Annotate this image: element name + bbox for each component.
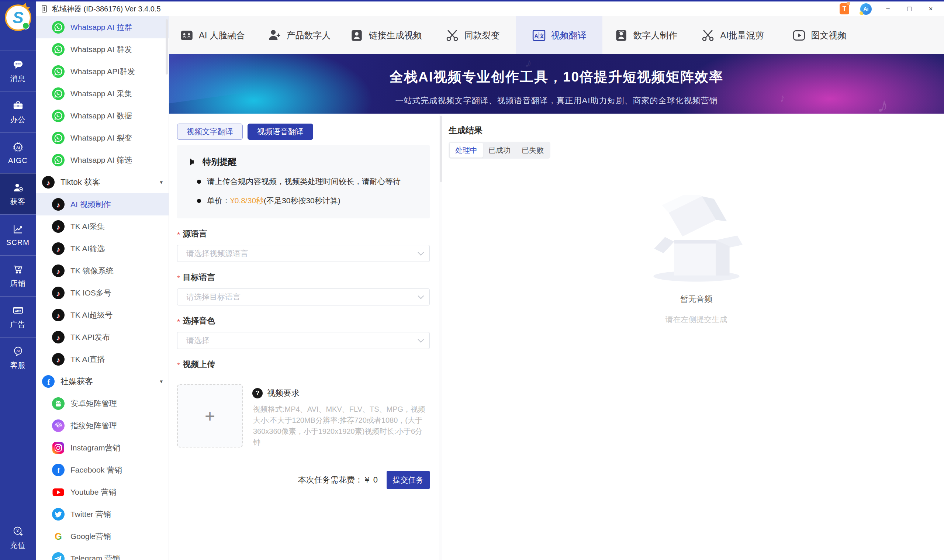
mode-tab-1[interactable]: 视频语音翻译 [248,123,313,140]
results-tab-1[interactable]: 已成功 [483,143,516,157]
svg-text:A: A [534,33,538,38]
rail-item-aigc[interactable]: AIAIGC [0,132,36,173]
sidebar-item-label: Twitter 营销 [71,509,111,519]
aigc-icon: AI [12,142,24,153]
avatar-make-icon [614,28,628,42]
nav-tab-6[interactable]: AI批量混剪 [689,16,776,54]
svg-text:G: G [55,531,61,542]
results-panel: 生成结果 处理中已成功已失败 暂无音频 请在左侧提交 [449,114,944,560]
nav-tab-2[interactable]: 链接生成视频 [342,16,429,54]
svg-text:♪: ♪ [57,223,60,231]
rail-item-service[interactable]: AI客服 [0,337,36,378]
sidebar-item-5[interactable]: Whatsapp AI 裂变 [36,127,169,149]
image-text-video-icon [792,28,806,42]
sidebar-item-22[interactable]: Twitter 营销 [36,503,169,525]
sidebar-item-label: Tiktok 获客 [60,177,100,188]
rail-item-acquisition[interactable]: 获客 [0,173,36,214]
sidebar-item-16[interactable]: f社媒获客▾ [36,371,169,392]
sidebar-item-21[interactable]: Youtube 营销 [36,481,169,503]
svg-text:♪: ♪ [46,179,50,187]
rail-item-ads[interactable]: ADS广告 [0,296,36,337]
rail-item-label: SCRM [6,238,29,247]
select-field-0[interactable]: 请选择视频源语言 [177,245,430,262]
select-placeholder: 请选择目标语言 [186,292,240,302]
svg-text:♪: ♪ [57,334,60,342]
sidebar-item-13[interactable]: ♪♪♪TK AI超级号 [36,304,169,326]
sidebar-item-9[interactable]: ♪♪♪TK AI采集 [36,215,169,238]
sidebar-item-17[interactable]: 安卓矩阵管理 [36,392,169,415]
sidebar-item-8[interactable]: ♪♪♪AI 视频制作 [36,193,169,215]
sidebar-item-24[interactable]: Telegram 营销 [36,548,169,560]
required-asterisk: * [177,317,180,326]
t-tool-icon[interactable]: T [839,3,849,14]
scrm-icon [12,223,24,235]
sidebar-item-10[interactable]: ♪♪♪TK AI筛选 [36,238,169,260]
submit-task-button[interactable]: 提交任务 [387,471,430,489]
sidebar-item-label: Whatsapp AI 采集 [71,89,132,99]
results-tab-0[interactable]: 处理中 [450,143,483,157]
sidebar-item-23[interactable]: GGoogle营销 [36,525,169,548]
nav-tab-5[interactable]: 数字人制作 [603,16,689,54]
form-scrollbar[interactable] [439,114,442,560]
results-tab-2[interactable]: 已失败 [516,143,549,157]
sidebar-item-label: Instagram营销 [71,443,120,453]
sidebar-item-18[interactable]: 指纹矩阵管理 [36,415,169,437]
sidebar-item-label: Google营销 [71,531,111,542]
rail-item-office[interactable]: 办公 [0,91,36,132]
sidebar-item-14[interactable]: ♪♪♪TK API发布 [36,326,169,348]
tiktok-icon: ♪♪♪ [52,308,65,322]
svg-text:ADS: ADS [15,309,21,312]
bullet-text: (不足30秒按30秒计算) [264,195,340,206]
rail-item-recharge[interactable]: ¥充值 [0,516,36,560]
app-window: S 消息办公AIAIGC获客SCRM店铺ADS广告AI客服 ¥充值 私域神器 (… [0,0,944,560]
sidebar-item-0[interactable]: Whatsapp AI 拉群 [36,16,169,38]
svg-text:文: 文 [539,33,544,38]
chevron-down-icon [418,293,424,299]
sidebar-item-12[interactable]: ♪♪♪TK IOS多号 [36,282,169,304]
ai-assistant-icon[interactable]: Ai [860,3,872,15]
help-question-icon[interactable]: ? [252,388,263,398]
sidebar-item-3[interactable]: Whatsapp AI 采集 [36,83,169,105]
youtube-icon [52,486,65,499]
video-upload-dropzone[interactable]: + [177,384,243,448]
svg-text:f: f [47,377,50,387]
svg-text:♪: ♪ [57,245,60,253]
nav-tab-1[interactable]: 产品数字人 [256,16,342,54]
rail-item-scrm[interactable]: SCRM [0,214,36,255]
sidebar-item-11[interactable]: ♪♪♪TK 镜像系统 [36,260,169,282]
maximize-button[interactable]: □ [904,5,915,13]
select-field-2[interactable]: 请选择 [177,332,430,349]
sidebar-item-6[interactable]: Whatsapp AI 筛选 [36,149,169,171]
sidebar-item-label: Youtube 营销 [71,487,116,497]
sidebar-item-19[interactable]: Instagram营销 [36,437,169,459]
cost-row: 本次任务需花费：￥ 0 提交任务 [177,471,430,489]
mode-tab-0[interactable]: 视频文字翻译 [177,123,243,140]
sidebar-item-20[interactable]: fFacebook 营销 [36,459,169,481]
close-button[interactable]: × [926,5,936,13]
sidebar-item-7[interactable]: ♪♪♪Tiktok 获客▾ [36,171,169,193]
empty-box-illustration [650,195,743,287]
app-logo: S [4,2,32,32]
nav-tab-label: 视频翻译 [551,29,587,41]
notice-header: 特别提醒 [188,156,419,168]
sidebar-item-4[interactable]: Whatsapp AI 数据 [36,105,169,127]
link-video-icon [350,28,364,42]
sidebar-item-label: TK AI直播 [71,354,105,365]
rail-item-shop[interactable]: 店铺 [0,255,36,296]
minimize-button[interactable]: − [883,5,893,13]
window-tools: T Ai − □ × [839,3,944,15]
nav-tab-3[interactable]: 同款裂变 [429,16,516,54]
svg-text:AI: AI [16,349,19,353]
select-field-1[interactable]: 请选择目标语言 [177,288,430,305]
sidebar-item-1[interactable]: Whatsapp AI 群发 [36,38,169,60]
sidebar-item-15[interactable]: ♪♪♪TK AI直播 [36,348,169,371]
nav-tab-7[interactable]: 图文视频 [776,16,863,54]
tiktok-icon: ♪♪♪ [52,242,65,255]
nav-tab-0[interactable]: AI 人脸融合 [169,16,256,54]
rail-item-message[interactable]: 消息 [0,51,36,91]
nav-tab-4[interactable]: A文视频翻译 [516,16,603,54]
sidebar-item-label: 安卓矩阵管理 [71,398,117,409]
tiktok-icon: ♪♪♪ [52,220,65,233]
sidebar-item-2[interactable]: Whatsapp API群发 [36,60,169,83]
field-label-text: 选择音色 [183,315,215,326]
